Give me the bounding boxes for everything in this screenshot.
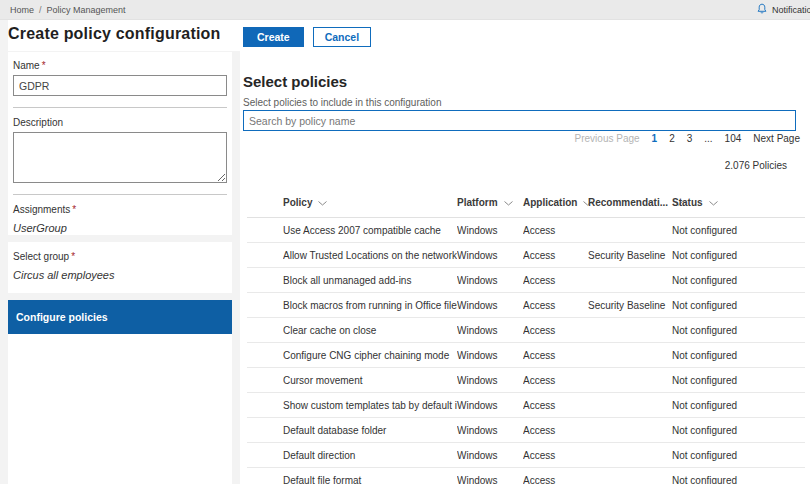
- recommendation-cell: [588, 418, 672, 443]
- platform-cell: Windows: [457, 293, 523, 318]
- column-header-label: Status: [672, 197, 703, 208]
- chevron-down-icon: [504, 201, 513, 206]
- description-field[interactable]: [13, 132, 227, 183]
- policy-name-cell: Show custom templates tab by default in …: [283, 393, 457, 418]
- notification-button[interactable]: Notifications: [757, 0, 810, 20]
- pagination: Previous Page123...104Next Page: [575, 133, 800, 144]
- platform-cell: Windows: [457, 318, 523, 343]
- platform-cell: Windows: [457, 268, 523, 293]
- breadcrumb: Home/Policy Management: [10, 5, 126, 15]
- name-field[interactable]: [13, 75, 227, 96]
- policy-row[interactable]: Block all unmanaged add-insWindowsAccess…: [247, 268, 805, 293]
- select-policies-title: Select policies: [243, 73, 347, 90]
- application-cell: Access: [523, 268, 588, 293]
- status-cell: Not configured: [672, 293, 805, 318]
- row-select-cell: [247, 393, 283, 418]
- policy-name-cell: Configure CNG cipher chaining mode: [283, 343, 457, 368]
- select-group-value[interactable]: Circus all employees: [13, 269, 227, 281]
- application-cell: Access: [523, 368, 588, 393]
- breadcrumb-policy-management[interactable]: Policy Management: [47, 5, 126, 15]
- create-button[interactable]: Create: [243, 27, 304, 47]
- policy-name-cell: Block macros from running in Office file…: [283, 293, 457, 318]
- status-cell: Not configured: [672, 318, 805, 343]
- status-cell: Not configured: [672, 393, 805, 418]
- row-select-cell: [247, 293, 283, 318]
- column-header-application[interactable]: Application: [523, 191, 588, 218]
- policy-row[interactable]: Use Access 2007 compatible cacheWindowsA…: [247, 218, 805, 243]
- page-number-2[interactable]: 2: [669, 133, 675, 144]
- page-number-104[interactable]: 104: [725, 133, 742, 144]
- row-select-spacer: [247, 191, 283, 218]
- breadcrumb-home[interactable]: Home: [10, 5, 34, 15]
- page-number-3[interactable]: 3: [687, 133, 693, 144]
- required-marker: *: [71, 251, 75, 262]
- assignments-value[interactable]: UserGroup: [13, 222, 227, 234]
- policy-row[interactable]: Block macros from running in Office file…: [247, 293, 805, 318]
- application-cell: Access: [523, 443, 588, 468]
- recommendation-cell: Security Baseline: [588, 293, 672, 318]
- row-select-cell: [247, 468, 283, 484]
- recommendation-cell: [588, 343, 672, 368]
- required-marker: *: [42, 60, 46, 71]
- row-select-cell: [247, 443, 283, 468]
- platform-cell: Windows: [457, 393, 523, 418]
- policy-row[interactable]: Default database folderWindowsAccessNot …: [247, 418, 805, 443]
- main-content: Create Cancel Select policies Select pol…: [240, 20, 810, 484]
- application-cell: Access: [523, 293, 588, 318]
- policy-name-cell: Allow Trusted Locations on the network: [283, 243, 457, 268]
- platform-cell: Windows: [457, 418, 523, 443]
- policy-config-form-card: Name* Description Assignments* UserGroup: [8, 52, 232, 235]
- application-cell: Access: [523, 243, 588, 268]
- platform-cell: Windows: [457, 468, 523, 484]
- configure-policies-label: Configure policies: [16, 311, 108, 323]
- action-buttons: Create Cancel: [243, 27, 371, 47]
- application-cell: Access: [523, 343, 588, 368]
- column-header-recommendati[interactable]: Recommendati...: [588, 191, 672, 218]
- previous-page-button[interactable]: Previous Page: [575, 133, 640, 144]
- policy-row[interactable]: Default file formatWindowsAccessNot conf…: [247, 468, 805, 484]
- platform-cell: Windows: [457, 368, 523, 393]
- status-cell: Not configured: [672, 368, 805, 393]
- recommendation-cell: [588, 368, 672, 393]
- configure-policies-step[interactable]: Configure policies: [8, 300, 232, 334]
- policy-name-cell: Cursor movement: [283, 368, 457, 393]
- status-cell: Not configured: [672, 218, 805, 243]
- bell-icon: [757, 3, 767, 17]
- required-marker: *: [72, 204, 76, 215]
- policy-name-cell: Block all unmanaged add-ins: [283, 268, 457, 293]
- policy-row[interactable]: Allow Trusted Locations on the networkWi…: [247, 243, 805, 268]
- next-page-button[interactable]: Next Page: [753, 133, 800, 144]
- column-header-label: Application: [523, 197, 577, 208]
- recommendation-cell: [588, 218, 672, 243]
- recommendation-cell: [588, 318, 672, 343]
- page-number-1[interactable]: 1: [652, 133, 658, 144]
- page-title: Create policy configuration: [8, 25, 238, 43]
- search-input[interactable]: [243, 110, 796, 131]
- policy-row[interactable]: Cursor movementWindowsAccessNot configur…: [247, 368, 805, 393]
- policy-row[interactable]: Show custom templates tab by default in …: [247, 393, 805, 418]
- row-select-cell: [247, 343, 283, 368]
- application-cell: Access: [523, 418, 588, 443]
- policy-row[interactable]: Default directionWindowsAccessNot config…: [247, 443, 805, 468]
- row-select-cell: [247, 418, 283, 443]
- divider: [13, 107, 227, 108]
- column-header-label: Policy: [283, 197, 312, 208]
- row-select-cell: [247, 243, 283, 268]
- policy-name-cell: Default file format: [283, 468, 457, 484]
- column-header-platform[interactable]: Platform: [457, 191, 523, 218]
- column-header-status[interactable]: Status: [672, 191, 805, 218]
- application-cell: Access: [523, 318, 588, 343]
- policy-count: 2.076 Policies: [725, 160, 787, 171]
- policy-name-cell: Use Access 2007 compatible cache: [283, 218, 457, 243]
- breadcrumb-separator: /: [39, 5, 42, 15]
- status-cell: Not configured: [672, 468, 805, 484]
- policy-row[interactable]: Configure CNG cipher chaining modeWindow…: [247, 343, 805, 368]
- platform-cell: Windows: [457, 343, 523, 368]
- status-cell: Not configured: [672, 243, 805, 268]
- status-cell: Not configured: [672, 443, 805, 468]
- row-select-cell: [247, 218, 283, 243]
- policy-row[interactable]: Clear cache on closeWindowsAccessNot con…: [247, 318, 805, 343]
- policy-name-cell: Clear cache on close: [283, 318, 457, 343]
- column-header-policy[interactable]: Policy: [283, 191, 457, 218]
- cancel-button[interactable]: Cancel: [313, 27, 371, 47]
